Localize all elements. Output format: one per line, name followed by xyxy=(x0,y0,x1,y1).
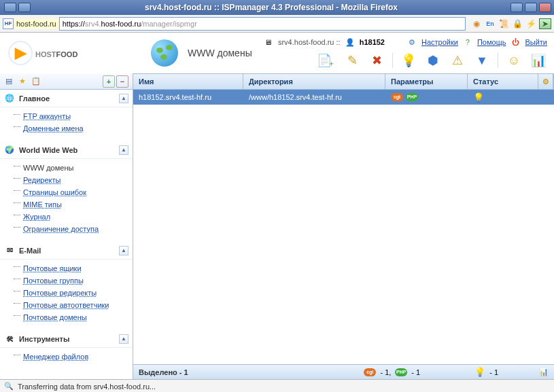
sidebar-item[interactable]: Почтовые редиректы xyxy=(14,287,133,299)
lock-icon: 🔒 xyxy=(512,18,523,29)
clipboard-button[interactable]: 📋 xyxy=(30,75,42,88)
expand-all-button[interactable]: + xyxy=(103,75,115,88)
table-header: Имя Директория Параметры Статус ⚙ xyxy=(133,73,554,90)
sidebar-item[interactable]: Редиректы xyxy=(14,174,133,186)
selected-count: Выделено - 1 xyxy=(139,368,188,376)
sidebar-item[interactable]: Почтовые домены xyxy=(14,311,133,323)
php-badge: PHP xyxy=(406,93,418,101)
action-toolbar: 📄＋ ✎ ✖ 💡 ⬢ ⚠ ▼ ☺ 📊 xyxy=(319,52,547,69)
collapse-all-button[interactable]: − xyxy=(116,75,128,88)
logout-icon: ⏻ xyxy=(510,37,521,48)
window-title: srv4.host-food.ru :: ISPmanager 4.3 Prof… xyxy=(35,3,508,12)
window-maximize-button[interactable] xyxy=(525,3,537,12)
settings-icon: ⚙ xyxy=(406,37,417,48)
sidebar-group-email[interactable]: ✉E-Mail▲ xyxy=(0,242,133,260)
sidebar-group-www[interactable]: 🌍World Wide Web▲ xyxy=(0,141,133,159)
cell-dir: /www/h18152.srv4.test-hf.ru xyxy=(243,93,385,101)
filter-button[interactable]: ▼ xyxy=(473,52,491,69)
add-button[interactable]: 📄＋ xyxy=(319,52,336,69)
sidebar-item[interactable]: Доменные имена xyxy=(14,122,133,135)
cell-params: cgi PHP xyxy=(385,93,468,101)
access-button[interactable]: ⬢ xyxy=(424,52,442,69)
favorites-button[interactable]: ★ xyxy=(16,75,29,88)
sidebar-group-main[interactable]: 🌐Главное▲ xyxy=(0,90,133,107)
antivirus-icon[interactable]: ⚡ xyxy=(525,18,536,29)
table-footer: Выделено - 1 cgi - 1, PHP - 1 💡 - 1 📊 xyxy=(133,364,554,379)
sidebar-toolbar: ▤ ★ 📋 + − xyxy=(0,73,133,90)
table-body-empty xyxy=(133,105,554,364)
hostfood-logo: ▶ HOSTFOOD xyxy=(8,41,77,65)
email-icon: ✉ xyxy=(4,245,15,256)
logout-link[interactable]: Выйти xyxy=(525,38,547,46)
window-rollup-button[interactable] xyxy=(18,3,31,12)
toggle-button[interactable]: 💡 xyxy=(400,52,417,69)
help-icon: ? xyxy=(462,37,473,48)
delete-button[interactable]: ✖ xyxy=(368,52,385,69)
sidebar-item[interactable]: Журнал xyxy=(14,211,133,223)
col-header-name[interactable]: Имя xyxy=(133,74,243,89)
edit-button[interactable]: ✎ xyxy=(343,52,361,69)
sidebar-item[interactable]: Ограничение доступа xyxy=(14,223,133,235)
hostfood-logo-icon: ▶ xyxy=(8,41,33,65)
col-header-params[interactable]: Параметры xyxy=(385,74,468,89)
sidebar-item[interactable]: Страницы ошибок xyxy=(14,186,133,198)
browser-statusbar: 🔍 Transferring data from srv4.host-food.… xyxy=(0,379,554,392)
footer-bulb-icon: 💡 xyxy=(474,367,485,377)
collapse-icon[interactable]: ▲ xyxy=(119,145,128,155)
sidebar-item[interactable]: Почтовые ящики xyxy=(14,262,133,274)
collapse-icon[interactable]: ▲ xyxy=(119,334,128,344)
window-minimize-button[interactable] xyxy=(510,3,523,12)
identity-domain[interactable]: host-food.ru xyxy=(15,19,58,29)
sidebar-item[interactable]: FTP аккаунты xyxy=(14,110,133,122)
url-input[interactable]: https://srv4.host-food.ru/manager/ispmgr xyxy=(59,17,466,31)
collapse-icon[interactable]: ▲ xyxy=(119,246,128,255)
current-user: h18152 xyxy=(360,38,385,46)
sidebar-item[interactable]: WWW домены xyxy=(14,162,133,174)
sidebar-item[interactable]: Менеджер файлов xyxy=(14,351,133,363)
page-title: WWW домены xyxy=(188,48,252,58)
top-info-bar: 🖥 srv4.host-food.ru :: 👤 h18152 ⚙ Настро… xyxy=(263,37,547,48)
col-settings-button[interactable]: ⚙ xyxy=(538,74,553,89)
user-icon: 👤 xyxy=(345,37,356,48)
tools-icon: 🛠 xyxy=(4,334,15,344)
site-favicon[interactable]: HF xyxy=(3,18,14,29)
site-icon: 🖥 xyxy=(263,37,274,48)
sidebar-item[interactable]: MIME типы xyxy=(14,198,133,211)
address-bar: HF host-food.ru https://srv4.host-food.r… xyxy=(0,15,554,33)
loading-icon: 🔍 xyxy=(4,382,14,391)
smiley-button[interactable]: ☺ xyxy=(505,52,523,69)
cgi-badge: cgi xyxy=(391,93,403,101)
sidebar-group-tools[interactable]: 🛠Инструменты▲ xyxy=(0,330,133,348)
cell-status: 💡 xyxy=(468,92,539,103)
table-row[interactable]: h18152.srv4.test-hf.ru /www/h18152.srv4.… xyxy=(133,90,554,105)
stats-button[interactable]: 📊 xyxy=(530,52,547,69)
go-button[interactable]: ➤ xyxy=(539,18,551,29)
errors-button[interactable]: ⚠ xyxy=(449,52,466,69)
footer-php-badge: PHP xyxy=(395,368,407,376)
window-menu-button[interactable] xyxy=(4,3,16,12)
script-icon[interactable]: 📜 xyxy=(498,18,509,29)
list-view-button[interactable]: ▤ xyxy=(3,75,15,88)
sidebar-item[interactable]: Почтовые группы xyxy=(14,274,133,287)
collapse-icon[interactable]: ▲ xyxy=(119,94,128,103)
translate-icon[interactable]: En xyxy=(485,18,496,29)
settings-link[interactable]: Настройки xyxy=(421,38,458,46)
cell-name: h18152.srv4.test-hf.ru xyxy=(133,93,243,101)
footer-cgi-badge: cgi xyxy=(364,368,376,376)
www-icon: 🌍 xyxy=(4,145,15,156)
status-text: Transferring data from srv4.host-food.ru… xyxy=(18,382,156,391)
col-header-status[interactable]: Статус xyxy=(468,74,538,89)
window-titlebar: srv4.host-food.ru :: ISPmanager 4.3 Prof… xyxy=(0,0,554,15)
help-link[interactable]: Помощь xyxy=(477,38,506,46)
sidebar: 🌐Главное▲FTP аккаунтыДоменные имена🌍Worl… xyxy=(0,90,133,379)
bulb-icon: 💡 xyxy=(473,92,484,103)
col-header-dir[interactable]: Директория xyxy=(243,74,385,89)
window-close-button[interactable] xyxy=(539,3,551,12)
footer-export-button[interactable]: 📊 xyxy=(539,368,549,376)
globe-icon xyxy=(151,39,178,67)
rss-icon[interactable]: ◉ xyxy=(471,18,482,29)
main-icon: 🌐 xyxy=(4,93,15,104)
sidebar-item[interactable]: Почтовые автоответчики xyxy=(14,299,133,311)
